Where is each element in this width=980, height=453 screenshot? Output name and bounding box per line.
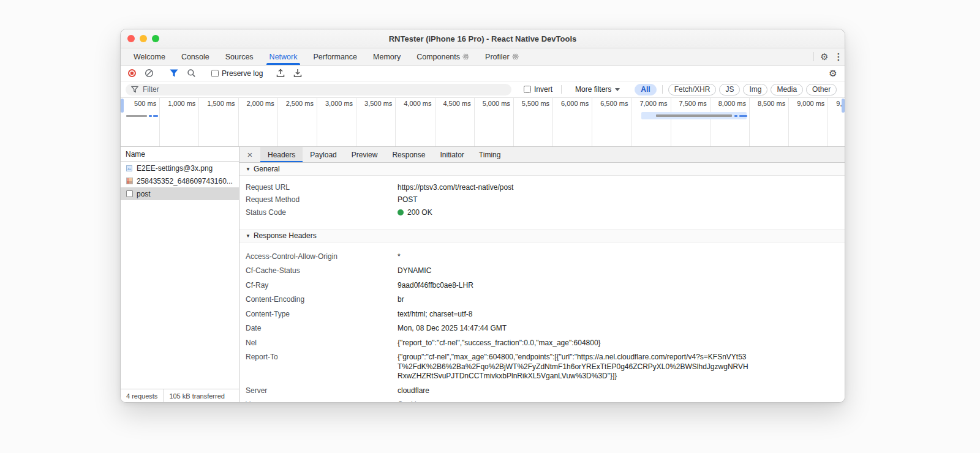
filter-funnel-icon[interactable] — [167, 67, 181, 80]
filter-pill-fetch-xhr[interactable]: Fetch/XHR — [668, 84, 717, 95]
response-headers-section-header[interactable]: ▼ Response Headers — [239, 230, 845, 242]
tick-label: 4,000 ms — [396, 98, 435, 146]
waterfall-bar — [149, 115, 152, 117]
divider — [662, 85, 663, 94]
requests-count: 4 requests — [121, 389, 164, 402]
request-type-filters: All Fetch/XHR JS Img Media Other — [635, 81, 837, 97]
divider — [813, 52, 814, 61]
tab-sources[interactable]: Sources — [217, 48, 262, 65]
detail-tab-response[interactable]: Response — [385, 147, 432, 162]
filter-pill-img[interactable]: Img — [743, 84, 767, 95]
request-row-258435352[interactable]: 258435352_648609743160... — [121, 174, 239, 187]
filter-pill-js[interactable]: JS — [719, 84, 740, 95]
preserve-log-checkbox[interactable]: Preserve log — [209, 67, 263, 80]
preserve-log-label: Preserve log — [222, 69, 263, 78]
settings-gear-icon[interactable]: ⚙ — [816, 48, 832, 65]
header-value: text/html; charset=utf-8 — [398, 310, 472, 320]
header-name: Status Code — [246, 208, 398, 218]
header-name: Vary — [246, 400, 398, 402]
header-row: Server cloudflare — [239, 384, 845, 399]
header-value: 9aad0f46ffbc0ae8-LHR — [398, 281, 473, 291]
header-row: Content-Encoding br — [239, 293, 845, 307]
checkbox-unchecked[interactable] — [524, 86, 531, 93]
name-column-label: Name — [126, 150, 145, 159]
tick-label: 9,000 ms — [789, 98, 828, 146]
tab-label: Profiler — [485, 53, 510, 61]
timeline-ticks: 500 ms 1,000 ms 1,500 ms 2,000 ms 2,500 … — [121, 98, 845, 146]
header-name: Content-Encoding — [246, 295, 398, 305]
filter-pill-media[interactable]: Media — [771, 84, 803, 95]
waterfall-bar — [734, 115, 737, 117]
tick-label: 8,500 ms — [750, 98, 789, 146]
header-name: Content-Type — [246, 310, 398, 320]
filter-input-container[interactable] — [126, 84, 511, 95]
network-filter-row: Invert More filters All Fetch/XHR JS Img… — [121, 81, 845, 98]
header-value: cloudflare — [398, 386, 429, 396]
header-name: Request URL — [246, 183, 398, 193]
window-title: RNTester (iPhone 16 Pro) - React Native … — [121, 34, 845, 43]
header-row: Nel {"report_to":"cf-nel","success_fract… — [239, 336, 845, 351]
header-row: Vary Cookie — [239, 398, 845, 402]
tick-label: 4,500 ms — [435, 98, 475, 146]
header-value: Cookie — [398, 400, 420, 402]
tab-profiler[interactable]: Profiler — [477, 48, 527, 65]
header-name: Date — [246, 324, 398, 334]
more-filters-dropdown[interactable]: More filters — [570, 85, 625, 94]
header-row: Cf-Ray 9aad0f46ffbc0ae8-LHR — [239, 279, 845, 293]
react-atom-icon — [512, 53, 519, 60]
detail-tab-payload[interactable]: Payload — [303, 147, 344, 162]
header-name: Access-Control-Allow-Origin — [246, 252, 398, 262]
chevron-down-icon — [615, 88, 620, 91]
clear-network-log-button[interactable] — [141, 67, 156, 80]
tab-network[interactable]: Network — [262, 48, 306, 65]
tick-label: 7,500 ms — [671, 98, 710, 146]
tick-label: 5,500 ms — [514, 98, 553, 146]
search-icon[interactable] — [184, 67, 198, 80]
overview-right-handle[interactable] — [842, 99, 845, 113]
section-title: Response Headers — [254, 231, 317, 240]
filter-pill-all[interactable]: All — [635, 84, 656, 95]
overview-left-handle[interactable] — [121, 99, 124, 113]
tab-welcome[interactable]: Welcome — [126, 48, 173, 65]
tab-components[interactable]: Components — [409, 48, 477, 65]
request-row-post[interactable]: post — [121, 187, 239, 200]
close-detail-icon[interactable]: × — [239, 147, 260, 162]
name-column-header[interactable]: Name — [121, 147, 239, 162]
header-row: Report-To {"group":"cf-nel","max_age":60… — [239, 350, 845, 384]
tab-label: Console — [181, 53, 209, 61]
waterfall-bar — [153, 115, 158, 117]
general-section-header[interactable]: ▼ General — [239, 163, 845, 176]
detail-tab-timing[interactable]: Timing — [472, 147, 508, 162]
network-overview-timeline[interactable]: 500 ms 1,000 ms 1,500 ms 2,000 ms 2,500 … — [121, 98, 845, 147]
tab-label: Sources — [225, 53, 254, 61]
request-list-panel: Name E2EE-settings@3x.png 258435352_6486… — [121, 147, 239, 402]
waterfall-bar — [739, 115, 747, 117]
checkbox-unchecked[interactable] — [211, 70, 219, 77]
import-har-icon[interactable] — [273, 67, 288, 80]
detail-tab-headers[interactable]: Headers — [260, 147, 303, 162]
request-name: post — [137, 190, 151, 198]
tick-label: 1,500 ms — [199, 98, 238, 146]
tab-console[interactable]: Console — [173, 48, 217, 65]
tab-performance[interactable]: Performance — [305, 48, 365, 65]
filter-input[interactable] — [143, 85, 506, 94]
detail-tab-initiator[interactable]: Initiator — [432, 147, 471, 162]
status-code-value: 200 OK — [398, 208, 432, 218]
header-value: Mon, 08 Dec 2025 14:47:44 GMT — [398, 324, 507, 334]
more-options-kebab-icon[interactable]: ⋮ — [832, 48, 845, 65]
tick-label: 3,000 ms — [317, 98, 356, 146]
tick-label: 5,000 ms — [475, 98, 514, 146]
header-name: Nel — [246, 339, 398, 348]
tab-label: Performance — [313, 53, 357, 61]
header-value: br — [398, 295, 404, 305]
export-har-icon[interactable] — [290, 67, 305, 80]
request-row-e2ee-settings[interactable]: E2EE-settings@3x.png — [121, 162, 239, 174]
detail-tab-preview[interactable]: Preview — [344, 147, 385, 162]
network-settings-gear-icon[interactable]: ⚙ — [825, 68, 841, 79]
filter-pill-other[interactable]: Other — [806, 84, 837, 95]
transferred-size: 105 kB transferred — [164, 389, 230, 402]
divider — [561, 85, 562, 94]
record-network-log-button[interactable] — [124, 67, 139, 80]
tab-memory[interactable]: Memory — [365, 48, 409, 65]
invert-checkbox[interactable]: Invert — [524, 85, 552, 94]
